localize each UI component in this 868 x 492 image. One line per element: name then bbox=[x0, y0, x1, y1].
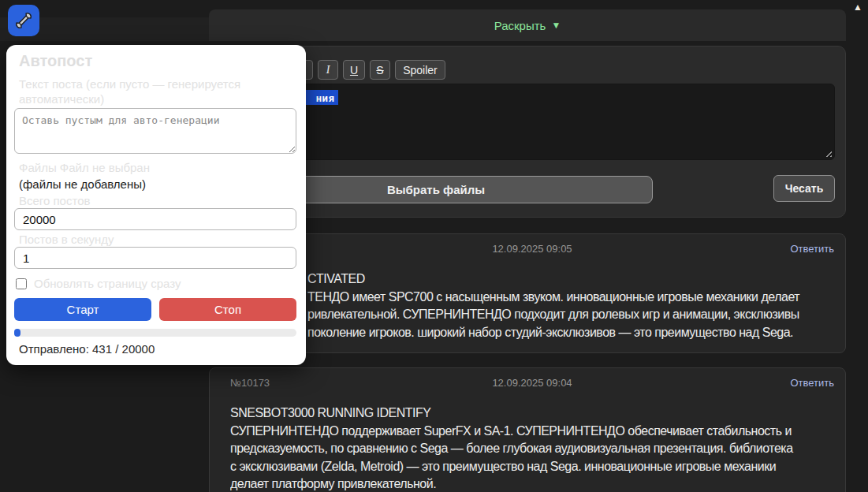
chevron-down-icon: ▼ bbox=[551, 20, 561, 31]
format-italic-button[interactable]: I bbox=[318, 60, 338, 80]
post-header: 12.09.2025 09:05 Ответить bbox=[230, 243, 834, 257]
file-input-text[interactable]: Файл не выбран bbox=[60, 161, 150, 174]
progress-bar bbox=[14, 329, 296, 337]
post-text-label: Текст поста (если пусто — генерируется а… bbox=[19, 76, 279, 106]
post-date: 12.09.2025 09:05 bbox=[230, 243, 834, 255]
rate-input[interactable] bbox=[14, 247, 296, 269]
format-underline-button[interactable]: U bbox=[343, 60, 365, 80]
post-text-line: СУПЕРНИНТЕНДО поддерживает SuperFX и SA-… bbox=[230, 423, 840, 441]
refresh-checkbox-label: Обновлять страницу сразу bbox=[34, 277, 181, 290]
files-empty-text: (файлы не добавлены) bbox=[19, 177, 146, 191]
post-text-line: SNESBOT3000 RUNNING IDENTIFY bbox=[230, 404, 840, 423]
autopost-text-input[interactable] bbox=[14, 108, 296, 154]
post-date: 12.09.2025 09:04 bbox=[230, 377, 834, 389]
files-label: Файлы bbox=[19, 161, 57, 174]
progress-fill bbox=[14, 329, 20, 337]
post-text-line: поколение игроков. широкий набор студий-… bbox=[230, 324, 840, 342]
expand-thread-link[interactable]: Раскрыть ▼ bbox=[494, 19, 561, 32]
post-text-line: предсказуемость, по сравнению с Sega — б… bbox=[230, 440, 840, 458]
reply-link[interactable]: Ответить bbox=[790, 243, 834, 255]
up-arrow-icon: ▲ bbox=[853, 2, 862, 13]
refresh-checkbox-row: Обновлять страницу сразу bbox=[16, 277, 181, 290]
post-body: CTIVATED ТЕНДО имеет SPC700 с насыщенным… bbox=[230, 270, 840, 341]
rate-label: Постов в секунду bbox=[19, 233, 114, 246]
autopost-panel: Автопост Текст поста (если пусто — генер… bbox=[6, 45, 306, 365]
files-label-row: Файлы Файл не выбран bbox=[19, 161, 150, 174]
post-header: №10173 12.09.2025 09:04 Ответить bbox=[230, 377, 834, 391]
sent-status: Отправлено: 431 / 20000 bbox=[19, 342, 155, 356]
reply-link[interactable]: Ответить bbox=[790, 377, 834, 389]
post-text-line: ТЕНДО имеет SPC700 с насыщенным звуком. … bbox=[230, 289, 840, 307]
expand-label: Раскрыть bbox=[494, 19, 546, 32]
format-strike-button[interactable]: S bbox=[370, 60, 390, 80]
start-button[interactable]: Старт bbox=[14, 298, 151, 321]
post-text-line: с эксклюзивами (Zelda, Metroid) — это пр… bbox=[230, 458, 840, 476]
post-text-line: CTIVATED bbox=[230, 270, 840, 289]
post-body: SNESBOT3000 RUNNING IDENTIFY СУПЕРНИНТЕН… bbox=[230, 404, 840, 492]
panel-buttons-row: Старт Стоп bbox=[14, 298, 296, 321]
thread-header-band: Раскрыть ▼ bbox=[209, 9, 846, 41]
wrench-icon bbox=[13, 10, 34, 31]
autopost-toggle-button[interactable] bbox=[8, 5, 39, 36]
submit-post-button[interactable]: Чесать bbox=[773, 175, 835, 202]
post-text-line: ривлекательной. СУПЕРНИНТЕНДО подходит д… bbox=[230, 306, 840, 324]
format-spoiler-button[interactable]: Spoiler bbox=[395, 60, 445, 80]
post-textarea[interactable]: ния bbox=[219, 84, 835, 160]
resize-handle-icon[interactable] bbox=[824, 149, 832, 157]
stop-button[interactable]: Стоп bbox=[159, 298, 296, 321]
total-posts-label: Всего постов bbox=[19, 194, 90, 207]
refresh-checkbox[interactable] bbox=[16, 278, 27, 289]
total-posts-input[interactable] bbox=[14, 208, 296, 230]
panel-title: Автопост bbox=[19, 52, 92, 70]
scroll-top-button[interactable]: ▲ bbox=[851, 0, 865, 14]
post-text-line: делает платформу привлекательной. bbox=[230, 475, 840, 492]
post-card: №10173 12.09.2025 09:04 Ответить SNESBOT… bbox=[209, 367, 846, 492]
